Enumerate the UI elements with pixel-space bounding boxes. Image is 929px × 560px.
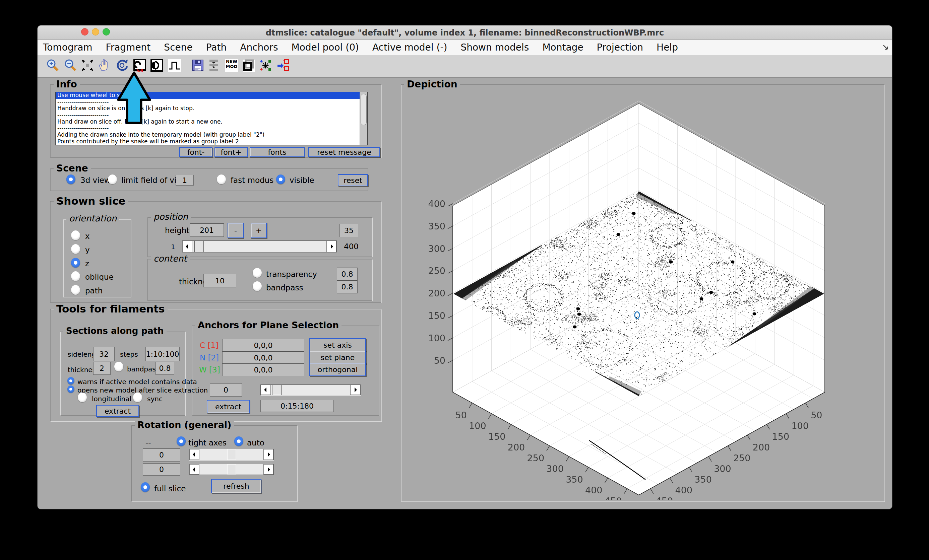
- info-scrollbar[interactable]: [360, 92, 367, 145]
- tight-axes-radio[interactable]: [176, 436, 185, 446]
- slider-right-arrow[interactable]: [264, 449, 273, 460]
- fonts-button[interactable]: fonts: [250, 147, 305, 157]
- contrast-icon[interactable]: [150, 59, 163, 72]
- orientation-z-radio[interactable]: [71, 258, 80, 268]
- anchor-c1-field[interactable]: 0,0,0: [222, 339, 304, 352]
- save-icon[interactable]: [192, 59, 204, 72]
- resize-grip-icon[interactable]: [882, 44, 889, 50]
- list-item[interactable]: -------------------------: [56, 99, 367, 106]
- refresh-button[interactable]: refresh: [211, 479, 261, 493]
- slider-right-arrow[interactable]: [264, 464, 273, 474]
- orientation-path-radio[interactable]: [71, 285, 80, 295]
- scene-3d-view-radio[interactable]: [66, 174, 75, 184]
- list-item[interactable]: Points contributed by the snake will be …: [56, 138, 367, 145]
- menu-item-help[interactable]: Help: [656, 42, 678, 53]
- menu-item-path[interactable]: Path: [206, 42, 227, 53]
- hand-pan-icon[interactable]: [98, 59, 111, 72]
- menu-item-model-pool[interactable]: Model pool (0): [291, 42, 359, 53]
- copy-frame-icon[interactable]: [242, 59, 255, 72]
- scene-fast-modus-radio[interactable]: [217, 174, 226, 184]
- bandpass-field[interactable]: 0.8: [337, 280, 357, 294]
- list-item[interactable]: Adding the drawn snake into the temporar…: [56, 132, 367, 138]
- menu-item-anchors[interactable]: Anchors: [240, 42, 278, 53]
- range-field[interactable]: 0:15:180: [261, 400, 334, 412]
- orientation-x-radio[interactable]: [71, 230, 80, 240]
- extract-to-model-icon[interactable]: [277, 59, 290, 72]
- slider-thumb[interactable]: [272, 384, 282, 395]
- depiction-3d-plot[interactable]: [401, 85, 883, 500]
- sections-thickness-field[interactable]: 2: [93, 362, 110, 375]
- scene-limit-fov-radio[interactable]: [108, 174, 117, 184]
- list-item[interactable]: Handdraw on slice is on. Press [k] again…: [56, 105, 367, 112]
- reset-message-button[interactable]: reset message: [308, 147, 380, 157]
- slider-left-arrow[interactable]: [189, 449, 199, 460]
- height-minus-button[interactable]: -: [228, 223, 244, 238]
- slider-thumb[interactable]: [227, 449, 236, 460]
- slider-left-arrow[interactable]: [182, 241, 192, 252]
- angle-slider[interactable]: [261, 384, 360, 395]
- menu-item-montage[interactable]: Montage: [542, 42, 583, 53]
- rotate-3d-icon[interactable]: [116, 59, 128, 72]
- scene-reset-button[interactable]: reset: [338, 174, 368, 186]
- slider-right-arrow[interactable]: [327, 241, 336, 252]
- rotation-slider1[interactable]: [189, 449, 274, 460]
- stack-slices-icon[interactable]: [207, 59, 220, 72]
- sidelength-field[interactable]: 32: [93, 347, 115, 361]
- anchor-points-icon[interactable]: [259, 59, 272, 72]
- auto-radio[interactable]: [234, 436, 243, 446]
- menu-item-active-model[interactable]: Active model (-): [373, 42, 448, 53]
- sections-bandpass-field[interactable]: 0.8: [155, 362, 174, 375]
- list-item[interactable]: -------------------------: [56, 112, 367, 119]
- anchors-extract-button[interactable]: extract: [207, 400, 250, 413]
- anchor-w3-field[interactable]: 0,0,0: [222, 363, 304, 376]
- steps-field[interactable]: 1:10:100: [146, 347, 179, 361]
- step-function-icon[interactable]: [168, 59, 181, 72]
- list-item[interactable]: Use mouse wheel to scroll: [56, 92, 367, 99]
- menu-item-tomogram[interactable]: Tomogram: [43, 42, 92, 53]
- anchor-n2-field[interactable]: 0,0,0: [222, 351, 304, 364]
- orthogonal-button[interactable]: orthogonal: [309, 363, 366, 376]
- menu-item-scene[interactable]: Scene: [164, 42, 192, 53]
- list-item[interactable]: Hand draw on slice off. Press [k] again …: [56, 119, 367, 125]
- slider-right-arrow[interactable]: [350, 385, 360, 395]
- height-slider[interactable]: [182, 240, 337, 252]
- transparency-radio[interactable]: [253, 268, 262, 278]
- rotation-slider2[interactable]: [189, 464, 274, 475]
- list-item[interactable]: -------------------------: [56, 125, 367, 132]
- full-slice-radio[interactable]: [141, 482, 150, 492]
- height-field[interactable]: 201: [190, 223, 224, 237]
- transparency-field[interactable]: 0.8: [337, 268, 357, 281]
- sections-bandpass-radio[interactable]: [114, 362, 123, 372]
- font-plus-button[interactable]: font+: [215, 147, 248, 157]
- zoom-in-icon[interactable]: [46, 59, 59, 72]
- zoom-out-icon[interactable]: [64, 59, 77, 72]
- warns-radio[interactable]: [67, 377, 74, 384]
- sync-radio[interactable]: [133, 393, 142, 402]
- info-message-list[interactable]: Use mouse wheel to scroll --------------…: [55, 92, 368, 145]
- title-bar[interactable]: dtmslice: catalogue "default", volume in…: [38, 26, 892, 40]
- contrast-full-icon[interactable]: full: [133, 59, 146, 72]
- thickness-field[interactable]: 10: [204, 274, 236, 288]
- angle-field[interactable]: 0: [210, 383, 242, 396]
- new-model-icon[interactable]: NEWMOD: [225, 59, 238, 72]
- orientation-oblique-radio[interactable]: [71, 271, 80, 281]
- longitudinal-radio[interactable]: [78, 393, 87, 402]
- set-axis-button[interactable]: set axis: [309, 338, 366, 352]
- scene-limit-fov-field[interactable]: 1: [176, 175, 194, 185]
- menu-item-projection[interactable]: Projection: [597, 42, 643, 53]
- height-step-field[interactable]: 35: [339, 224, 358, 237]
- set-plane-button[interactable]: set plane: [309, 351, 366, 364]
- scrollbar-thumb[interactable]: [360, 94, 366, 125]
- bandpass-radio[interactable]: [253, 282, 262, 291]
- slider-left-arrow[interactable]: [189, 464, 199, 474]
- menu-item-shown-models[interactable]: Shown models: [460, 42, 529, 53]
- orientation-y-radio[interactable]: [71, 244, 80, 254]
- opens-new-model-radio[interactable]: [67, 386, 74, 393]
- scene-visible-radio[interactable]: [276, 174, 285, 184]
- font-minus-button[interactable]: font-: [179, 147, 213, 157]
- pan-arrows-icon[interactable]: [81, 59, 94, 72]
- rotation-value2-field[interactable]: 0: [143, 463, 180, 476]
- rotation-value1-field[interactable]: 0: [143, 448, 180, 462]
- slider-left-arrow[interactable]: [261, 385, 271, 395]
- sections-extract-button[interactable]: extract: [96, 405, 139, 417]
